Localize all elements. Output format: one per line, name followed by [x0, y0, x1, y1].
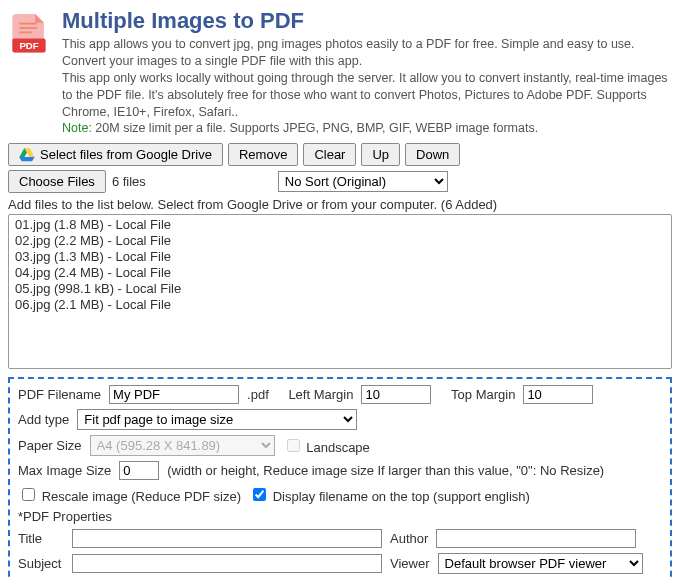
note-label: Note: [62, 121, 92, 135]
list-item[interactable]: 01.jpg (1.8 MB) - Local File [13, 217, 667, 233]
max-image-label: Max Image Size [18, 463, 111, 478]
note-text: 20M size limit per a file. Supports JPEG… [92, 121, 538, 135]
choose-files-button[interactable]: Choose Files [8, 170, 106, 193]
description-note: Note: 20M size limit per a file. Support… [62, 120, 672, 137]
up-button[interactable]: Up [361, 143, 400, 166]
svg-rect-2 [19, 23, 37, 25]
list-item[interactable]: 04.jpg (2.4 MB) - Local File [13, 265, 667, 281]
top-margin-label: Top Margin [451, 387, 515, 402]
display-filename-checkbox[interactable] [253, 488, 266, 501]
svg-marker-7 [19, 157, 34, 161]
list-item[interactable]: 05.jpg (998.1 kB) - Local File [13, 281, 667, 297]
clear-button[interactable]: Clear [303, 143, 356, 166]
description-1: This app allows you to convert jpg, png … [62, 36, 672, 70]
pdf-properties-header: *PDF Properties [18, 509, 112, 524]
title-input[interactable] [72, 529, 382, 548]
filename-input[interactable] [109, 385, 239, 404]
paper-size-select: A4 (595.28 X 841.89) [90, 435, 275, 456]
down-button[interactable]: Down [405, 143, 460, 166]
svg-rect-3 [19, 27, 37, 29]
options-panel: PDF Filename .pdf Left Margin Top Margin… [8, 377, 672, 581]
top-margin-input[interactable] [523, 385, 593, 404]
author-input[interactable] [436, 529, 636, 548]
file-count-label: 6 files [112, 174, 146, 189]
list-item[interactable]: 02.jpg (2.2 MB) - Local File [13, 233, 667, 249]
add-type-select[interactable]: Fit pdf page to image size [77, 409, 357, 430]
svg-text:PDF: PDF [19, 40, 38, 51]
left-margin-label: Left Margin [288, 387, 353, 402]
left-margin-input[interactable] [361, 385, 431, 404]
max-image-input[interactable] [119, 461, 159, 480]
viewer-label: Viewer [390, 556, 430, 571]
landscape-checkbox [287, 439, 300, 452]
rescale-label: Rescale image (Reduce PDF size) [42, 489, 241, 504]
rescale-checkbox[interactable] [22, 488, 35, 501]
subject-label: Subject [18, 556, 64, 571]
add-type-label: Add type [18, 412, 69, 427]
title-label: Title [18, 531, 64, 546]
google-drive-icon [19, 148, 35, 162]
svg-rect-4 [19, 32, 31, 34]
sort-select[interactable]: No Sort (Original) [278, 171, 448, 192]
max-image-hint: (width or height, Reduce image size If l… [167, 463, 604, 478]
viewer-select[interactable]: Default browser PDF viewer [438, 553, 643, 574]
author-label: Author [390, 531, 428, 546]
remove-button[interactable]: Remove [228, 143, 298, 166]
rescale-checkbox-wrap[interactable]: Rescale image (Reduce PDF size) [18, 485, 241, 504]
landscape-checkbox-wrap[interactable]: Landscape [283, 436, 370, 455]
list-item[interactable]: 03.jpg (1.3 MB) - Local File [13, 249, 667, 265]
display-filename-label: Display filename on the top (support eng… [273, 489, 530, 504]
pdf-icon: PDF [8, 14, 50, 137]
select-google-drive-button[interactable]: Select files from Google Drive [8, 143, 223, 166]
subject-input[interactable] [72, 554, 382, 573]
filename-ext: .pdf [247, 387, 269, 402]
display-filename-checkbox-wrap[interactable]: Display filename on the top (support eng… [249, 485, 530, 504]
page-title: Multiple Images to PDF [62, 8, 672, 34]
description-2: This app only works locally without goin… [62, 70, 672, 121]
landscape-label: Landscape [306, 440, 370, 455]
list-item[interactable]: 06.jpg (2.1 MB) - Local File [13, 297, 667, 313]
file-list[interactable]: 01.jpg (1.8 MB) - Local File02.jpg (2.2 … [8, 214, 672, 369]
paper-size-label: Paper Size [18, 438, 82, 453]
add-files-note: Add files to the list below. Select from… [8, 197, 672, 212]
filename-label: PDF Filename [18, 387, 101, 402]
select-google-drive-label: Select files from Google Drive [40, 147, 212, 162]
